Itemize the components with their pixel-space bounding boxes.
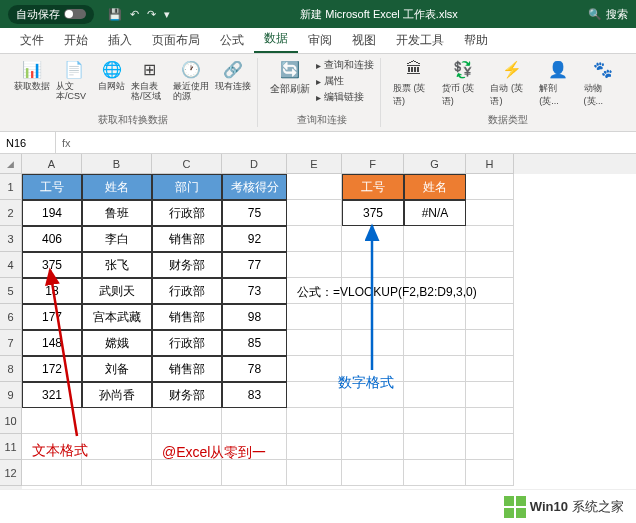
table-cell[interactable]: 武则天 [82, 278, 152, 304]
col-header-E[interactable]: E [287, 154, 342, 174]
ribbon-btn[interactable]: 💱货币 (英语) [442, 58, 485, 108]
save-icon[interactable]: 💾 [108, 8, 122, 21]
cell[interactable] [466, 252, 514, 278]
cell[interactable] [222, 460, 287, 486]
row-header-9[interactable]: 9 [0, 382, 22, 408]
table-cell[interactable]: 18 [22, 278, 82, 304]
table-cell[interactable]: 李白 [82, 226, 152, 252]
row-header-7[interactable]: 7 [0, 330, 22, 356]
table-cell[interactable]: 78 [222, 356, 287, 382]
cell[interactable] [404, 252, 466, 278]
refresh-all-button[interactable]: 🔄 全部刷新 [270, 58, 310, 96]
row-header-6[interactable]: 6 [0, 304, 22, 330]
table-cell[interactable]: 宫本武藏 [82, 304, 152, 330]
cell[interactable] [342, 382, 404, 408]
row-header-11[interactable]: 11 [0, 434, 22, 460]
autosave-toggle[interactable]: 自动保存 [8, 5, 94, 24]
cell[interactable] [287, 174, 342, 200]
cell[interactable] [466, 226, 514, 252]
cell[interactable] [466, 200, 514, 226]
ribbon-cmd[interactable]: ▸编辑链接 [316, 90, 374, 104]
ribbon-tab-4[interactable]: 公式 [210, 28, 254, 53]
cell[interactable] [404, 460, 466, 486]
table-cell[interactable]: 财务部 [152, 382, 222, 408]
cell[interactable] [287, 252, 342, 278]
cell[interactable] [404, 356, 466, 382]
table-cell[interactable]: 刘备 [82, 356, 152, 382]
cell[interactable] [342, 304, 404, 330]
cell[interactable] [152, 460, 222, 486]
ribbon-tab-6[interactable]: 审阅 [298, 28, 342, 53]
redo-icon[interactable]: ↷ [147, 8, 156, 21]
cell[interactable] [22, 408, 82, 434]
col-header-H[interactable]: H [466, 154, 514, 174]
cell[interactable] [287, 226, 342, 252]
ribbon-tab-9[interactable]: 帮助 [454, 28, 498, 53]
ribbon-tab-8[interactable]: 开发工具 [386, 28, 454, 53]
lookup-header[interactable]: 姓名 [404, 174, 466, 200]
cell[interactable] [404, 382, 466, 408]
table-cell[interactable]: 172 [22, 356, 82, 382]
cell[interactable] [466, 382, 514, 408]
row-header-12[interactable]: 12 [0, 460, 22, 486]
cell[interactable] [466, 356, 514, 382]
cell[interactable] [466, 460, 514, 486]
cell[interactable] [342, 252, 404, 278]
ribbon-btn[interactable]: 📊获取数据 [14, 58, 50, 92]
col-header-C[interactable]: C [152, 154, 222, 174]
table-cell[interactable]: 75 [222, 200, 287, 226]
cell[interactable] [152, 408, 222, 434]
ribbon-btn[interactable]: 👤解剖 (英... [539, 58, 577, 108]
cell[interactable] [342, 408, 404, 434]
table-cell[interactable]: 148 [22, 330, 82, 356]
cell[interactable] [342, 330, 404, 356]
cell[interactable] [287, 330, 342, 356]
undo-icon[interactable]: ↶ [130, 8, 139, 21]
search-box[interactable]: 🔍 搜索 [588, 7, 628, 22]
cell[interactable] [342, 434, 404, 460]
table-cell[interactable]: 销售部 [152, 226, 222, 252]
lookup-cell[interactable]: 375 [342, 200, 404, 226]
name-box[interactable]: N16 [0, 132, 56, 153]
col-header-B[interactable]: B [82, 154, 152, 174]
row-header-2[interactable]: 2 [0, 200, 22, 226]
table-cell[interactable]: 销售部 [152, 356, 222, 382]
ribbon-tab-2[interactable]: 插入 [98, 28, 142, 53]
table-cell[interactable]: 张飞 [82, 252, 152, 278]
cell[interactable] [342, 460, 404, 486]
table-header[interactable]: 姓名 [82, 174, 152, 200]
col-header-F[interactable]: F [342, 154, 404, 174]
cell[interactable] [466, 434, 514, 460]
cell[interactable] [287, 200, 342, 226]
table-header[interactable]: 考核得分 [222, 174, 287, 200]
ribbon-tab-3[interactable]: 页面布局 [142, 28, 210, 53]
ribbon-tab-7[interactable]: 视图 [342, 28, 386, 53]
ribbon-cmd[interactable]: ▸查询和连接 [316, 58, 374, 72]
cell[interactable] [404, 330, 466, 356]
cell[interactable] [287, 434, 342, 460]
table-cell[interactable]: 行政部 [152, 330, 222, 356]
cell[interactable] [404, 408, 466, 434]
row-header-4[interactable]: 4 [0, 252, 22, 278]
cell[interactable] [466, 330, 514, 356]
cell[interactable] [287, 356, 342, 382]
row-header-5[interactable]: 5 [0, 278, 22, 304]
table-cell[interactable]: 行政部 [152, 278, 222, 304]
table-cell[interactable]: 321 [22, 382, 82, 408]
select-all-corner[interactable]: ◢ [0, 154, 22, 174]
col-header-D[interactable]: D [222, 154, 287, 174]
ribbon-tab-5[interactable]: 数据 [254, 26, 298, 53]
cell[interactable] [404, 226, 466, 252]
ribbon-tab-1[interactable]: 开始 [54, 28, 98, 53]
cell[interactable] [287, 382, 342, 408]
ribbon-btn[interactable]: ⊞来自表格/区域 [131, 58, 167, 102]
cell[interactable] [82, 460, 152, 486]
lookup-header[interactable]: 工号 [342, 174, 404, 200]
row-header-3[interactable]: 3 [0, 226, 22, 252]
row-header-8[interactable]: 8 [0, 356, 22, 382]
table-cell[interactable]: 销售部 [152, 304, 222, 330]
ribbon-btn[interactable]: 🌐自网站 [98, 58, 125, 92]
table-cell[interactable]: 375 [22, 252, 82, 278]
table-cell[interactable]: 孙尚香 [82, 382, 152, 408]
table-cell[interactable]: 98 [222, 304, 287, 330]
